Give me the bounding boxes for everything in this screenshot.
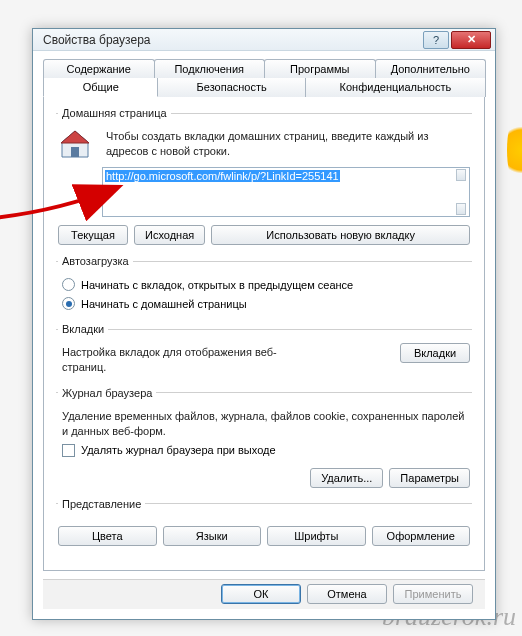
delete-on-exit-label: Удалять журнал браузера при выходе xyxy=(81,444,276,456)
tabs-desc: Настройка вкладок для отображения веб-ст… xyxy=(58,343,318,377)
history-group: Журнал браузера Удаление временных файло… xyxy=(56,387,472,488)
appearance-legend: Представление xyxy=(58,498,145,510)
use-current-button[interactable]: Текущая xyxy=(58,225,128,245)
homepage-hint: Чтобы создать вкладки домашних страниц, … xyxy=(102,127,470,161)
svg-rect-2 xyxy=(71,147,79,157)
homepage-group: Домашняя страница Чтобы создать вкладки … xyxy=(56,107,472,245)
svg-marker-1 xyxy=(61,131,89,143)
tab-general[interactable]: Общие xyxy=(43,78,158,97)
homepage-url-input[interactable]: http://go.microsoft.com/fwlink/p/?LinkId… xyxy=(102,167,470,217)
radio-icon xyxy=(62,297,75,310)
internet-options-dialog: Свойства браузера ? ✕ Содержание Подключ… xyxy=(32,28,496,620)
colors-button[interactable]: Цвета xyxy=(58,526,157,546)
dialog-title: Свойства браузера xyxy=(43,33,421,47)
use-default-button[interactable]: Исходная xyxy=(134,225,205,245)
tab-privacy[interactable]: Конфиденциальность xyxy=(305,78,486,97)
help-icon: ? xyxy=(433,34,439,46)
history-legend: Журнал браузера xyxy=(58,387,156,399)
languages-button[interactable]: Языки xyxy=(163,526,262,546)
fonts-button[interactable]: Шрифты xyxy=(267,526,366,546)
homepage-legend: Домашняя страница xyxy=(58,107,171,119)
homepage-url-value: http://go.microsoft.com/fwlink/p/?LinkId… xyxy=(105,170,340,182)
tab-advanced[interactable]: Дополнительно xyxy=(375,59,487,78)
apply-button[interactable]: Применить xyxy=(393,584,473,604)
general-tab-panel: Домашняя страница Чтобы создать вкладки … xyxy=(43,97,485,570)
close-button[interactable]: ✕ xyxy=(451,31,491,49)
radio-icon xyxy=(62,278,75,291)
startup-home-option[interactable]: Начинать с домашней страницы xyxy=(58,294,470,313)
tabs-group: Вкладки Настройка вкладок для отображени… xyxy=(56,323,472,377)
startup-tabs-option[interactable]: Начинать с вкладок, открытых в предыдуще… xyxy=(58,275,470,294)
cancel-button[interactable]: Отмена xyxy=(307,584,387,604)
tab-security[interactable]: Безопасность xyxy=(157,78,305,97)
use-newtab-button[interactable]: Использовать новую вкладку xyxy=(211,225,470,245)
startup-home-label: Начинать с домашней страницы xyxy=(81,298,247,310)
checkbox-icon xyxy=(62,444,75,457)
delete-history-button[interactable]: Удалить... xyxy=(310,468,383,488)
tabs-legend: Вкладки xyxy=(58,323,108,335)
help-button[interactable]: ? xyxy=(423,31,449,49)
startup-legend: Автозагрузка xyxy=(58,255,133,267)
delete-on-exit-option[interactable]: Удалять журнал браузера при выходе xyxy=(58,441,470,460)
tabs-settings-button[interactable]: Вкладки xyxy=(400,343,470,363)
close-icon: ✕ xyxy=(467,33,476,46)
background-accent xyxy=(507,120,522,180)
dialog-button-bar: ОК Отмена Применить xyxy=(43,579,485,609)
history-settings-button[interactable]: Параметры xyxy=(389,468,470,488)
tab-content[interactable]: Содержание xyxy=(43,59,155,78)
appearance-group: Представление Цвета Языки Шрифты Оформле… xyxy=(56,498,472,546)
tab-programs[interactable]: Программы xyxy=(264,59,376,78)
startup-tabs-label: Начинать с вкладок, открытых в предыдуще… xyxy=(81,279,353,291)
scrollbar[interactable] xyxy=(454,169,468,215)
home-icon xyxy=(58,127,92,161)
accessibility-button[interactable]: Оформление xyxy=(372,526,471,546)
tab-strip: Содержание Подключения Программы Дополни… xyxy=(33,51,495,97)
startup-group: Автозагрузка Начинать с вкладок, открыты… xyxy=(56,255,472,313)
titlebar: Свойства браузера ? ✕ xyxy=(33,29,495,51)
ok-button[interactable]: ОК xyxy=(221,584,301,604)
history-desc: Удаление временных файлов, журнала, файл… xyxy=(58,407,470,441)
tab-connections[interactable]: Подключения xyxy=(154,59,266,78)
